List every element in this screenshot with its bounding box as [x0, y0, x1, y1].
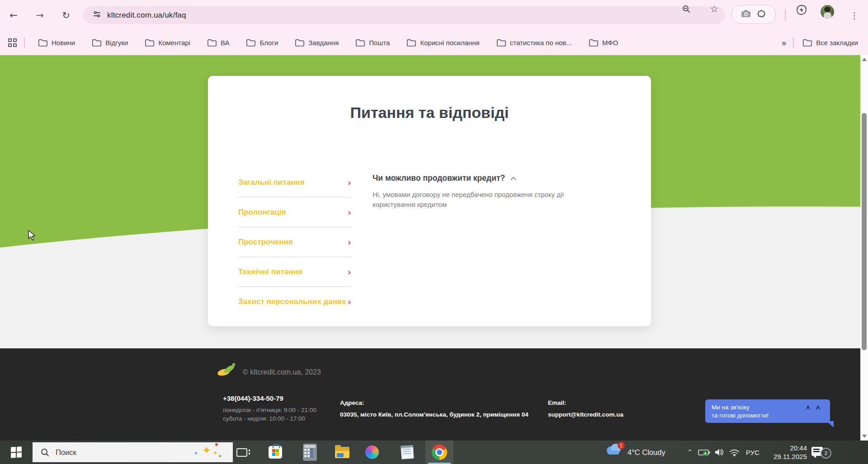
file-explorer-button[interactable] — [334, 441, 351, 464]
url-bar[interactable]: kltcredit.com.ua/uk/faq — [83, 6, 725, 24]
chevron-right-icon: › — [348, 237, 351, 248]
faq-category-overdue[interactable]: Прострочення› — [238, 227, 351, 257]
faq-category-general[interactable]: Загальні питання› — [238, 168, 351, 197]
mouse-cursor — [28, 230, 38, 243]
notification-center-button[interactable]: 2 — [811, 446, 831, 459]
clock-date: 29.11.2025 — [764, 452, 807, 461]
faq-category-menu: Загальні питання› Пролонгація› Простроче… — [238, 168, 351, 316]
bookmarks-overflow-icon[interactable]: » — [782, 38, 787, 48]
wifi-icon — [729, 449, 740, 456]
footer-hours: понеділок - п'ятниця: 9:00 - 21:00 субот… — [223, 406, 316, 423]
web-page: Питання та відповіді Загальні питання› П… — [0, 55, 868, 348]
chevron-right-icon: › — [348, 296, 351, 307]
url-text[interactable]: kltcredit.com.ua/uk/faq — [107, 11, 186, 20]
notification-count-badge: 2 — [821, 448, 831, 459]
extensions-puzzle-icon[interactable] — [757, 9, 766, 20]
start-button[interactable] — [5, 441, 27, 464]
bookmark-star-icon[interactable]: ☆ — [708, 3, 720, 15]
page-scrollbar[interactable] — [860, 55, 868, 441]
toolbar-separator — [785, 9, 786, 21]
bookmark-folder[interactable]: Завдання — [295, 39, 339, 47]
weather-button[interactable]: 1 — [605, 443, 626, 461]
bookmark-folder[interactable]: Блоги — [246, 39, 278, 47]
email-value[interactable]: support@kltcredit.com.ua — [548, 411, 623, 418]
bookmark-folders: Новини Відгуки Коментарі ВА Блоги Завдан… — [38, 39, 618, 47]
address-label: Адреса: — [340, 399, 528, 406]
file-explorer-icon — [335, 447, 349, 458]
camera-icon[interactable] — [741, 10, 750, 19]
performance-leaf-icon[interactable] — [796, 4, 807, 16]
reload-icon[interactable]: ↻ — [58, 7, 74, 23]
faq-category-technical[interactable]: Технічні питання› — [238, 257, 351, 287]
copilot-button[interactable] — [363, 441, 381, 464]
chrome-button[interactable] — [432, 441, 447, 464]
bookmark-folder[interactable]: Коментарі — [145, 39, 190, 47]
bookmark-folder[interactable]: Новини — [38, 39, 75, 47]
bookmark-folder[interactable]: Відгуки — [92, 39, 128, 47]
chrome-icon — [432, 445, 447, 460]
search-icon — [41, 448, 49, 457]
hours-weekdays: понеділок - п'ятниця: 9:00 - 21:00 — [223, 406, 316, 415]
windows-taskbar: Поиск ✦ ✦ ✦ — [0, 441, 868, 464]
address-value: 03035, місто Київ, пл.Солом'янська, буди… — [340, 411, 528, 418]
chevron-up-icon — [510, 177, 516, 180]
search-placeholder: Поиск — [56, 448, 76, 457]
scroll-down-icon[interactable] — [862, 435, 867, 438]
site-logo[interactable] — [216, 363, 238, 379]
browser-menu-icon[interactable]: ⋮ — [846, 7, 863, 23]
microsoft-store-button[interactable] — [268, 441, 283, 464]
page-title: Питання та відповіді — [208, 104, 651, 122]
task-view-button[interactable] — [235, 441, 249, 464]
bookmarks-bar: Новини Відгуки Коментарі ВА Блоги Завдан… — [0, 30, 868, 55]
clock[interactable]: 20:44 29.11.2025 — [764, 444, 807, 461]
windows-logo-icon — [11, 446, 22, 458]
faq-answer-text: Ні, умовами договору не передбачено прод… — [373, 190, 599, 210]
bookmark-folder[interactable]: Корисні посилання — [407, 39, 479, 47]
volume-button[interactable] — [712, 441, 726, 464]
faq-category-personal-data[interactable]: Захист персональних даних› — [238, 287, 351, 316]
chevron-right-icon: › — [348, 177, 351, 188]
faq-question-toggle[interactable]: Чи можливо продовжити кредит? — [373, 173, 617, 183]
hours-weekend: субота - неділя: 10:00 - 17:00 — [223, 415, 316, 423]
scrollbar-thumb[interactable] — [862, 113, 867, 350]
bookmark-folder[interactable]: статистика по нов... — [497, 39, 572, 47]
extensions-pill — [731, 5, 776, 24]
apps-grid-icon[interactable] — [8, 38, 17, 47]
bookmarks-separator-right — [793, 37, 794, 48]
clock-time: 20:44 — [764, 444, 807, 452]
scroll-up-icon[interactable] — [862, 58, 867, 61]
footer-address-block: Адреса: 03035, місто Київ, пл.Солом'янсь… — [340, 399, 528, 418]
network-button[interactable] — [726, 441, 742, 464]
store-icon — [269, 446, 282, 459]
bookmark-folder[interactable]: Пошта — [356, 39, 390, 47]
battery-button[interactable] — [696, 441, 712, 464]
weather-text[interactable]: 4°C Cloudy — [627, 441, 665, 464]
chat-widget[interactable]: Ми на зв'язку та готові допомогти! ^ ^ — [705, 399, 830, 423]
back-icon[interactable]: ← — [5, 7, 22, 23]
chat-message: Ми на зв'язку та готові допомогти! — [712, 403, 769, 419]
profile-avatar[interactable] — [821, 5, 834, 19]
battery-icon — [698, 449, 710, 456]
chevron-right-icon: › — [348, 207, 351, 218]
calculator-button[interactable] — [302, 441, 317, 464]
zoom-out-icon[interactable] — [680, 3, 692, 15]
faq-answer-panel: Чи можливо продовжити кредит? Ні, умовам… — [373, 173, 617, 210]
forward-icon[interactable]: → — [32, 7, 48, 23]
notepad-icon — [401, 445, 414, 459]
copilot-sparkles-icon: ✦ ✦ ✦ — [194, 446, 221, 459]
faq-category-prolongation[interactable]: Пролонгація› — [238, 197, 351, 227]
faq-card: Питання та відповіді Загальні питання› П… — [208, 76, 651, 326]
notepad-button[interactable] — [399, 441, 416, 464]
bookmark-folder[interactable]: ВА — [208, 39, 230, 47]
bookmark-folder[interactable]: МФО — [589, 39, 618, 47]
chat-eyes-icon: ^ ^ — [806, 405, 822, 413]
language-indicator[interactable]: РУС — [744, 441, 762, 464]
site-info-icon[interactable] — [93, 10, 101, 20]
footer-phone[interactable]: +38(044)-334-50-79 — [223, 394, 283, 402]
all-bookmarks-button[interactable]: Все закладки — [803, 39, 858, 47]
tray-chevron-icon[interactable]: ⌃ — [684, 441, 696, 464]
browser-toolbar: ← → ↻ kltcredit.com.ua/uk/faq ☆ — [0, 0, 868, 30]
email-label: Email: — [548, 399, 623, 406]
taskbar-search-input[interactable]: Поиск ✦ ✦ ✦ — [33, 442, 233, 462]
copilot-icon — [365, 445, 379, 459]
